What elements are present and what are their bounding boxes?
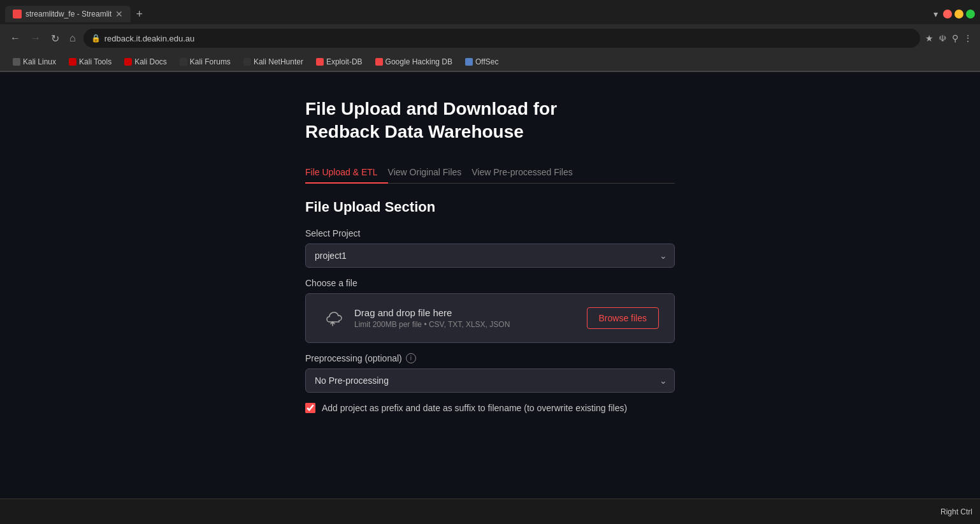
upload-left: Drag and drop file here Limit 200MB per … — [321, 307, 510, 330]
profile-button[interactable]: ⚲ — [952, 33, 958, 43]
select-project-wrapper: project1 project2 project3 ⌄ — [305, 244, 675, 268]
tab-file-upload-etl[interactable]: File Upload & ETL — [305, 162, 388, 184]
back-button[interactable]: ← — [8, 30, 23, 47]
bookmark-kali-nethunter[interactable]: Kali NetHunter — [238, 56, 308, 68]
prefix-suffix-checkbox[interactable] — [305, 403, 315, 413]
menu-button[interactable]: ⋮ — [963, 33, 972, 43]
prefix-suffix-checkbox-row: Add project as prefix and date as suffix… — [305, 403, 675, 413]
preprocessing-info-icon[interactable]: i — [406, 353, 416, 363]
browse-files-button[interactable]: Browse files — [587, 307, 659, 329]
preprocessing-label: Preprocessing (optional) i — [305, 353, 675, 363]
page-title: File Upload and Download for Redback Dat… — [305, 98, 675, 144]
kali-linux-favicon — [13, 58, 20, 66]
offsec-favicon — [465, 58, 473, 66]
prefix-suffix-label: Add project as prefix and date as suffix… — [322, 403, 627, 413]
ssl-lock-icon: 🔒 — [91, 34, 101, 43]
tab-view-original-files[interactable]: View Original Files — [388, 162, 472, 184]
new-tab-button[interactable]: + — [131, 8, 148, 21]
exploit-db-favicon — [316, 58, 324, 66]
select-project-dropdown[interactable]: project1 project2 project3 — [305, 244, 675, 268]
window-minimize-button[interactable] — [955, 10, 963, 18]
bookmarks-bar: Kali Linux Kali Tools Kali Docs Kali For… — [0, 52, 980, 71]
upload-limit-text: Limit 200MB per file • CSV, TXT, XLSX, J… — [354, 320, 510, 329]
preprocessing-dropdown[interactable]: No Pre-processing Basic Cleaning Advance… — [305, 368, 675, 393]
bookmark-offsec[interactable]: OffSec — [460, 56, 503, 68]
preprocessing-wrapper: No Pre-processing Basic Cleaning Advance… — [305, 368, 675, 393]
window-controls — [943, 10, 975, 18]
browser-chrome: streamlitdw_fe - Streamlit ✕ + ▾ ← → ↻ ⌂… — [0, 0, 980, 72]
page-content: File Upload and Download for Redback Dat… — [0, 72, 980, 499]
upload-text-block: Drag and drop file here Limit 200MB per … — [354, 307, 510, 329]
main-container: File Upload and Download for Redback Dat… — [305, 98, 675, 474]
bookmark-kali-forums[interactable]: Kali Forums — [175, 56, 236, 68]
tab-view-preprocessed-files[interactable]: View Pre-processed Files — [472, 162, 582, 184]
bookmark-kali-tools[interactable]: Kali Tools — [64, 56, 117, 68]
tab-close-button[interactable]: ✕ — [115, 10, 123, 18]
extensions-button[interactable]: ☫ — [939, 33, 947, 43]
bookmark-google-hacking-db[interactable]: Google Hacking DB — [370, 56, 458, 68]
reload-button[interactable]: ↻ — [48, 30, 62, 47]
nav-bar: ← → ↻ ⌂ 🔒 redback.it.deakin.edu.au ★ ☫ ⚲… — [0, 24, 980, 52]
forward-button[interactable]: → — [28, 30, 43, 47]
kali-tools-favicon — [69, 58, 76, 66]
active-tab[interactable]: streamlitdw_fe - Streamlit ✕ — [5, 6, 131, 22]
tab-bar: streamlitdw_fe - Streamlit ✕ + ▾ — [0, 0, 980, 24]
taskbar: Right Ctrl — [0, 499, 980, 499]
file-upload-area[interactable]: Drag and drop file here Limit 200MB per … — [305, 293, 675, 343]
choose-file-label: Choose a file — [305, 278, 675, 288]
bookmark-star-icon[interactable]: ★ — [925, 33, 933, 43]
tabs-bar: File Upload & ETL View Original Files Vi… — [305, 162, 675, 184]
tab-dropdown-button[interactable]: ▾ — [933, 9, 938, 19]
kali-docs-favicon — [124, 58, 132, 66]
bookmark-exploit-db[interactable]: Exploit-DB — [311, 56, 368, 68]
address-bar[interactable]: 🔒 redback.it.deakin.edu.au — [83, 29, 920, 48]
home-button[interactable]: ⌂ — [67, 30, 78, 47]
kali-forums-favicon — [180, 58, 187, 66]
cloud-upload-icon — [321, 307, 344, 330]
url-text: redback.it.deakin.edu.au — [104, 34, 195, 43]
bookmark-kali-linux[interactable]: Kali Linux — [8, 56, 61, 68]
section-title: File Upload Section — [305, 199, 675, 215]
nav-extra-buttons: ☫ ⚲ ⋮ — [939, 33, 972, 43]
kali-nethunter-favicon — [243, 58, 251, 66]
window-maximize-button[interactable] — [966, 10, 975, 18]
drag-drop-text: Drag and drop file here — [354, 307, 510, 318]
select-project-label: Select Project — [305, 228, 675, 238]
bookmark-kali-docs[interactable]: Kali Docs — [119, 56, 172, 68]
google-hacking-db-favicon — [375, 58, 383, 66]
window-close-button[interactable] — [943, 10, 952, 18]
tab-favicon — [13, 10, 22, 18]
tab-title: streamlitdw_fe - Streamlit — [25, 10, 112, 18]
